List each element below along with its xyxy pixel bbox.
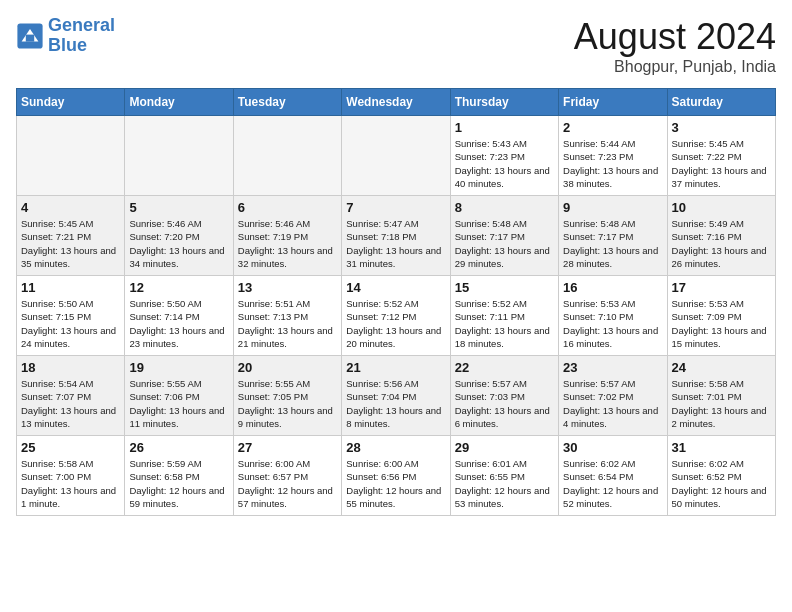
day-info: Sunrise: 5:54 AMSunset: 7:07 PMDaylight:… bbox=[21, 377, 120, 430]
calendar-day-cell: 5Sunrise: 5:46 AMSunset: 7:20 PMDaylight… bbox=[125, 196, 233, 276]
logo-icon bbox=[16, 22, 44, 50]
day-info: Sunrise: 5:45 AMSunset: 7:22 PMDaylight:… bbox=[672, 137, 771, 190]
day-info: Sunrise: 5:53 AMSunset: 7:09 PMDaylight:… bbox=[672, 297, 771, 350]
day-info: Sunrise: 6:00 AMSunset: 6:57 PMDaylight:… bbox=[238, 457, 337, 510]
location: Bhogpur, Punjab, India bbox=[574, 58, 776, 76]
day-info: Sunrise: 5:53 AMSunset: 7:10 PMDaylight:… bbox=[563, 297, 662, 350]
day-number: 11 bbox=[21, 280, 120, 295]
day-number: 7 bbox=[346, 200, 445, 215]
weekday-header: Sunday bbox=[17, 89, 125, 116]
calendar-day-cell: 29Sunrise: 6:01 AMSunset: 6:55 PMDayligh… bbox=[450, 436, 558, 516]
calendar-day-cell: 10Sunrise: 5:49 AMSunset: 7:16 PMDayligh… bbox=[667, 196, 775, 276]
day-number: 10 bbox=[672, 200, 771, 215]
month-title: August 2024 bbox=[574, 16, 776, 58]
calendar-day-cell: 16Sunrise: 5:53 AMSunset: 7:10 PMDayligh… bbox=[559, 276, 667, 356]
calendar-week-row: 25Sunrise: 5:58 AMSunset: 7:00 PMDayligh… bbox=[17, 436, 776, 516]
calendar-day-cell: 24Sunrise: 5:58 AMSunset: 7:01 PMDayligh… bbox=[667, 356, 775, 436]
day-info: Sunrise: 5:52 AMSunset: 7:11 PMDaylight:… bbox=[455, 297, 554, 350]
calendar-day-cell: 9Sunrise: 5:48 AMSunset: 7:17 PMDaylight… bbox=[559, 196, 667, 276]
calendar-day-cell: 30Sunrise: 6:02 AMSunset: 6:54 PMDayligh… bbox=[559, 436, 667, 516]
day-number: 16 bbox=[563, 280, 662, 295]
day-number: 8 bbox=[455, 200, 554, 215]
day-info: Sunrise: 6:01 AMSunset: 6:55 PMDaylight:… bbox=[455, 457, 554, 510]
calendar-day-cell: 31Sunrise: 6:02 AMSunset: 6:52 PMDayligh… bbox=[667, 436, 775, 516]
calendar-day-cell: 1Sunrise: 5:43 AMSunset: 7:23 PMDaylight… bbox=[450, 116, 558, 196]
day-info: Sunrise: 5:48 AMSunset: 7:17 PMDaylight:… bbox=[563, 217, 662, 270]
logo-text: General Blue bbox=[48, 16, 115, 56]
day-info: Sunrise: 5:52 AMSunset: 7:12 PMDaylight:… bbox=[346, 297, 445, 350]
day-number: 4 bbox=[21, 200, 120, 215]
day-info: Sunrise: 5:44 AMSunset: 7:23 PMDaylight:… bbox=[563, 137, 662, 190]
day-number: 19 bbox=[129, 360, 228, 375]
calendar-week-row: 1Sunrise: 5:43 AMSunset: 7:23 PMDaylight… bbox=[17, 116, 776, 196]
day-number: 3 bbox=[672, 120, 771, 135]
calendar-week-row: 18Sunrise: 5:54 AMSunset: 7:07 PMDayligh… bbox=[17, 356, 776, 436]
day-info: Sunrise: 5:45 AMSunset: 7:21 PMDaylight:… bbox=[21, 217, 120, 270]
day-info: Sunrise: 5:58 AMSunset: 7:01 PMDaylight:… bbox=[672, 377, 771, 430]
day-number: 29 bbox=[455, 440, 554, 455]
calendar-day-cell: 26Sunrise: 5:59 AMSunset: 6:58 PMDayligh… bbox=[125, 436, 233, 516]
calendar-day-cell: 23Sunrise: 5:57 AMSunset: 7:02 PMDayligh… bbox=[559, 356, 667, 436]
day-number: 26 bbox=[129, 440, 228, 455]
logo: General Blue bbox=[16, 16, 115, 56]
day-info: Sunrise: 5:55 AMSunset: 7:05 PMDaylight:… bbox=[238, 377, 337, 430]
day-number: 20 bbox=[238, 360, 337, 375]
day-info: Sunrise: 5:48 AMSunset: 7:17 PMDaylight:… bbox=[455, 217, 554, 270]
calendar-day-cell: 17Sunrise: 5:53 AMSunset: 7:09 PMDayligh… bbox=[667, 276, 775, 356]
weekday-header-row: SundayMondayTuesdayWednesdayThursdayFrid… bbox=[17, 89, 776, 116]
day-number: 28 bbox=[346, 440, 445, 455]
calendar-day-cell bbox=[233, 116, 341, 196]
calendar-day-cell: 22Sunrise: 5:57 AMSunset: 7:03 PMDayligh… bbox=[450, 356, 558, 436]
day-info: Sunrise: 5:46 AMSunset: 7:20 PMDaylight:… bbox=[129, 217, 228, 270]
day-info: Sunrise: 5:50 AMSunset: 7:14 PMDaylight:… bbox=[129, 297, 228, 350]
calendar-day-cell: 28Sunrise: 6:00 AMSunset: 6:56 PMDayligh… bbox=[342, 436, 450, 516]
day-number: 22 bbox=[455, 360, 554, 375]
day-info: Sunrise: 6:02 AMSunset: 6:54 PMDaylight:… bbox=[563, 457, 662, 510]
day-info: Sunrise: 5:58 AMSunset: 7:00 PMDaylight:… bbox=[21, 457, 120, 510]
day-info: Sunrise: 5:57 AMSunset: 7:03 PMDaylight:… bbox=[455, 377, 554, 430]
calendar-day-cell: 25Sunrise: 5:58 AMSunset: 7:00 PMDayligh… bbox=[17, 436, 125, 516]
calendar-day-cell: 21Sunrise: 5:56 AMSunset: 7:04 PMDayligh… bbox=[342, 356, 450, 436]
day-info: Sunrise: 5:43 AMSunset: 7:23 PMDaylight:… bbox=[455, 137, 554, 190]
calendar-day-cell: 15Sunrise: 5:52 AMSunset: 7:11 PMDayligh… bbox=[450, 276, 558, 356]
calendar-day-cell: 2Sunrise: 5:44 AMSunset: 7:23 PMDaylight… bbox=[559, 116, 667, 196]
calendar-week-row: 11Sunrise: 5:50 AMSunset: 7:15 PMDayligh… bbox=[17, 276, 776, 356]
day-info: Sunrise: 5:59 AMSunset: 6:58 PMDaylight:… bbox=[129, 457, 228, 510]
calendar-day-cell bbox=[125, 116, 233, 196]
day-number: 21 bbox=[346, 360, 445, 375]
calendar-day-cell bbox=[17, 116, 125, 196]
weekday-header: Wednesday bbox=[342, 89, 450, 116]
day-number: 13 bbox=[238, 280, 337, 295]
calendar-day-cell: 20Sunrise: 5:55 AMSunset: 7:05 PMDayligh… bbox=[233, 356, 341, 436]
page-header: General Blue August 2024 Bhogpur, Punjab… bbox=[16, 16, 776, 76]
calendar-day-cell: 7Sunrise: 5:47 AMSunset: 7:18 PMDaylight… bbox=[342, 196, 450, 276]
logo-line2: Blue bbox=[48, 35, 87, 55]
day-info: Sunrise: 5:57 AMSunset: 7:02 PMDaylight:… bbox=[563, 377, 662, 430]
day-number: 27 bbox=[238, 440, 337, 455]
day-number: 17 bbox=[672, 280, 771, 295]
logo-line1: General bbox=[48, 15, 115, 35]
day-info: Sunrise: 5:47 AMSunset: 7:18 PMDaylight:… bbox=[346, 217, 445, 270]
day-number: 6 bbox=[238, 200, 337, 215]
calendar-table: SundayMondayTuesdayWednesdayThursdayFrid… bbox=[16, 88, 776, 516]
weekday-header: Tuesday bbox=[233, 89, 341, 116]
day-info: Sunrise: 5:56 AMSunset: 7:04 PMDaylight:… bbox=[346, 377, 445, 430]
weekday-header: Saturday bbox=[667, 89, 775, 116]
day-info: Sunrise: 6:00 AMSunset: 6:56 PMDaylight:… bbox=[346, 457, 445, 510]
calendar-day-cell: 27Sunrise: 6:00 AMSunset: 6:57 PMDayligh… bbox=[233, 436, 341, 516]
calendar-week-row: 4Sunrise: 5:45 AMSunset: 7:21 PMDaylight… bbox=[17, 196, 776, 276]
day-number: 31 bbox=[672, 440, 771, 455]
calendar-day-cell: 14Sunrise: 5:52 AMSunset: 7:12 PMDayligh… bbox=[342, 276, 450, 356]
calendar-day-cell: 19Sunrise: 5:55 AMSunset: 7:06 PMDayligh… bbox=[125, 356, 233, 436]
day-number: 24 bbox=[672, 360, 771, 375]
day-number: 14 bbox=[346, 280, 445, 295]
calendar-day-cell: 12Sunrise: 5:50 AMSunset: 7:14 PMDayligh… bbox=[125, 276, 233, 356]
day-info: Sunrise: 5:55 AMSunset: 7:06 PMDaylight:… bbox=[129, 377, 228, 430]
day-number: 9 bbox=[563, 200, 662, 215]
day-info: Sunrise: 5:51 AMSunset: 7:13 PMDaylight:… bbox=[238, 297, 337, 350]
calendar-day-cell bbox=[342, 116, 450, 196]
day-number: 25 bbox=[21, 440, 120, 455]
day-number: 23 bbox=[563, 360, 662, 375]
svg-rect-2 bbox=[26, 34, 34, 41]
day-info: Sunrise: 6:02 AMSunset: 6:52 PMDaylight:… bbox=[672, 457, 771, 510]
